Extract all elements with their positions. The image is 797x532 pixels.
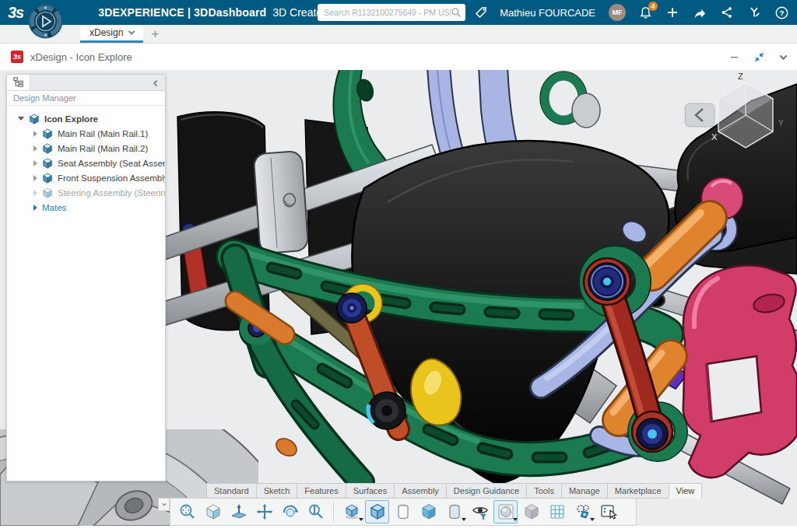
ribbon-tab-bar: Standard Sketch Features Surfaces Assemb… xyxy=(206,483,702,499)
panel-title: Design Manager xyxy=(7,91,165,106)
look-at-icon[interactable] xyxy=(201,500,225,523)
tree-item[interactable]: Main Rail (Main Rail.2) xyxy=(7,141,165,156)
zoom-fit-icon[interactable] xyxy=(175,500,199,523)
tree-item-root[interactable]: Icon Explore xyxy=(7,111,165,126)
global-search[interactable] xyxy=(318,4,465,21)
tab-label: xDesign xyxy=(90,27,123,38)
window-title: xDesign - Icon Explore xyxy=(30,51,132,63)
expand-toggle-icon[interactable] xyxy=(33,205,37,211)
ribbon-tab-design-guidance[interactable]: Design Guidance xyxy=(446,483,526,499)
assistant-icon[interactable] xyxy=(746,5,762,20)
shaded-with-edges-icon[interactable] xyxy=(365,500,389,523)
notification-badge: 4 xyxy=(648,2,658,11)
ribbon-tab-surfaces[interactable]: Surfaces xyxy=(346,483,394,499)
tree-item-label: Mates xyxy=(42,203,66,212)
panel-collapse-button[interactable] xyxy=(151,78,162,89)
user-name[interactable]: Mathieu FOURCADE xyxy=(500,7,595,19)
ribbon-tab-marketplace[interactable]: Marketplace xyxy=(607,483,669,499)
tree-item-label: Seat Assembly (Seat Assembly.1) xyxy=(58,159,165,168)
expand-toggle-icon[interactable] xyxy=(33,145,37,152)
pink-knuckle-part[interactable] xyxy=(683,265,797,478)
assembly-cube-icon xyxy=(42,143,53,154)
window-menu-chevron[interactable] xyxy=(781,54,786,60)
tree-item-hidden[interactable]: Steering Assembly (Steering As... xyxy=(7,185,165,200)
tree-item-label: Main Rail (Main Rail.2) xyxy=(58,144,148,153)
ribbon-tab-manage[interactable]: Manage xyxy=(561,483,607,499)
normal-to-icon[interactable] xyxy=(226,500,251,523)
rail-clamp-part[interactable] xyxy=(254,151,309,254)
add-content-icon[interactable] xyxy=(665,5,680,20)
hidden-edges-icon[interactable] xyxy=(391,500,415,523)
tree-item-mates[interactable]: Mates xyxy=(7,200,165,215)
restore-icon[interactable] xyxy=(753,51,765,63)
search-icon xyxy=(451,7,462,18)
brand-title: 3DEXPERIENCE | 3DDashboard xyxy=(98,6,266,19)
svg-text:Y: Y xyxy=(778,119,784,128)
xdesign-app-icon: 3s xyxy=(11,51,23,63)
ribbon-tab-standard[interactable]: Standard xyxy=(206,483,256,499)
tree-item-label: Front Suspension Assembly (Fro... xyxy=(58,173,165,183)
design-manager-tab[interactable] xyxy=(7,75,30,90)
avatar[interactable]: MF xyxy=(609,4,626,21)
share-forward-icon[interactable] xyxy=(692,5,707,20)
model-tree: Icon Explore Main Rail (Main Rail.1) Mai… xyxy=(7,106,165,215)
view-cube-back-button[interactable] xyxy=(685,103,714,127)
ribbon-tab-sketch[interactable]: Sketch xyxy=(256,483,297,499)
share-network-icon[interactable] xyxy=(719,5,735,20)
search-input[interactable] xyxy=(324,8,451,17)
expand-toggle-icon[interactable] xyxy=(33,160,37,166)
tree-item[interactable]: Main Rail (Main Rail.1) xyxy=(7,126,165,141)
app-tab-strip: xDesign + xyxy=(0,25,797,44)
expand-toggle-icon[interactable] xyxy=(33,175,37,181)
assembly-cube-icon xyxy=(42,158,53,169)
compass-menu-icon[interactable] xyxy=(28,4,63,39)
tree-item[interactable]: Seat Assembly (Seat Assembly.1) xyxy=(7,156,165,170)
top-app-bar: 3s 3DEXPERIENCE | 3DDashboard 3D Creator… xyxy=(0,0,797,25)
control-panel-icon[interactable] xyxy=(596,500,620,523)
hide-show-filter-icon[interactable] xyxy=(468,500,492,523)
platform-breadcrumb[interactable]: 3DEXPERIENCE | 3DDashboard 3D Creator xyxy=(98,6,338,19)
ribbon-tab-view[interactable]: View xyxy=(669,483,703,499)
menu-caret-icon xyxy=(462,518,466,521)
shaded-icon[interactable] xyxy=(416,500,441,523)
menu-caret-icon xyxy=(359,518,363,521)
tag-icon[interactable] xyxy=(473,5,489,23)
minimize-button[interactable]: – xyxy=(731,51,738,63)
main-area: Z X Y xyxy=(0,70,797,526)
rotate-icon[interactable] xyxy=(278,500,302,523)
view-toolbar xyxy=(170,498,637,526)
ribbon-tab-features[interactable]: Features xyxy=(297,483,345,499)
assembly-cube-icon xyxy=(42,173,53,184)
tree-structure-icon xyxy=(13,77,24,88)
pan-icon[interactable] xyxy=(252,500,276,523)
tree-item[interactable]: Front Suspension Assembly (Fro... xyxy=(7,170,165,185)
collapse-toggle-icon[interactable] xyxy=(18,117,24,121)
work-grid-icon[interactable] xyxy=(545,500,569,523)
view-mode-menu-icon[interactable] xyxy=(339,500,363,523)
3ds-logo[interactable]: 3s xyxy=(8,4,23,22)
tree-item-label: Main Rail (Main Rail.1) xyxy=(58,129,148,138)
expand-toggle-icon[interactable] xyxy=(33,190,37,196)
panel-tab-strip xyxy=(7,75,165,91)
design-manager-panel: Design Manager Icon Explore Main Rail (M… xyxy=(6,74,166,481)
tab-xdesign[interactable]: xDesign xyxy=(80,25,143,43)
ribbon-tab-tools[interactable]: Tools xyxy=(526,483,561,499)
add-tab-button[interactable]: + xyxy=(143,25,167,43)
matte-appearance-icon[interactable] xyxy=(519,500,543,523)
display-style-menu-icon[interactable] xyxy=(442,500,466,523)
chevron-down-icon xyxy=(128,28,135,34)
svg-text:X: X xyxy=(711,132,718,142)
toolbar-collapse-button[interactable] xyxy=(158,498,170,511)
zoom-icon[interactable] xyxy=(304,500,328,523)
mechanisms-menu-icon[interactable] xyxy=(571,500,595,523)
ambient-occlusion-icon[interactable] xyxy=(493,500,518,523)
bottom-strip xyxy=(0,526,797,532)
expand-toggle-icon[interactable] xyxy=(33,131,37,137)
svg-text:?: ? xyxy=(779,9,784,17)
tree-item-label: Icon Explore xyxy=(44,114,98,124)
ribbon-tab-assembly[interactable]: Assembly xyxy=(394,483,446,499)
tree-item-label: Steering Assembly (Steering As... xyxy=(58,188,165,198)
help-icon[interactable]: ? xyxy=(774,5,789,20)
assembly-cube-icon xyxy=(42,128,53,139)
notifications-bell-icon[interactable]: 4 xyxy=(637,5,653,20)
